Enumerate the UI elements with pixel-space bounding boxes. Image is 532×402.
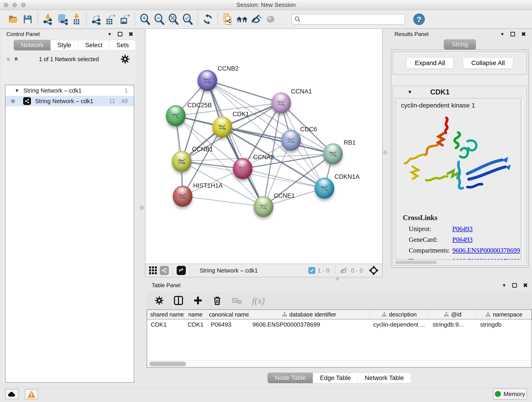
panel-float-icon[interactable] xyxy=(512,283,517,288)
node-CDKN1A[interactable] xyxy=(315,178,334,199)
node-CCNB2[interactable] xyxy=(197,70,217,91)
zoom-fit-icon[interactable] xyxy=(167,13,179,25)
edge-HIST1H1A-CCNE1[interactable] xyxy=(183,196,264,206)
table-horizontal-scrollbar[interactable] xyxy=(147,360,532,367)
column-header-namespace[interactable]: namespace xyxy=(476,310,532,319)
panel-close-icon[interactable]: ✖ xyxy=(128,31,133,38)
show-columns-icon[interactable] xyxy=(174,296,183,305)
node-HIST1H1A[interactable] xyxy=(173,186,192,207)
selected-checkbox-icon[interactable] xyxy=(308,267,315,274)
import-network-icon[interactable] xyxy=(42,13,54,25)
open-file-icon[interactable] xyxy=(7,13,19,25)
crosslink-value[interactable]: P06493 xyxy=(452,225,473,233)
add-column-icon[interactable] xyxy=(193,296,203,305)
save-session-icon[interactable] xyxy=(22,13,34,25)
network-options-gear-icon[interactable] xyxy=(120,55,130,64)
network-row-selected[interactable]: String Network – cdk1 11 48 xyxy=(6,96,134,106)
traffic-lights[interactable] xyxy=(4,3,26,7)
table-options-gear-icon[interactable] xyxy=(155,296,164,305)
crosslink-value[interactable]: 9606.ENSP00000378699 xyxy=(452,257,520,260)
section-expander-icon[interactable]: ▼ xyxy=(407,89,412,95)
import-table-icon[interactable] xyxy=(70,13,82,25)
node-CCNB1[interactable] xyxy=(172,151,191,172)
clone-network-icon[interactable] xyxy=(222,13,234,25)
column-header-canonical-name[interactable]: canonical name xyxy=(207,310,249,319)
crosslink-value[interactable]: 9606.ENSP00000378699 xyxy=(452,247,520,254)
delete-column-icon[interactable] xyxy=(213,296,222,305)
close-window-icon[interactable] xyxy=(4,3,8,7)
tab-edge-table[interactable]: Edge Table xyxy=(313,373,358,383)
panel-close-icon[interactable]: ✖ xyxy=(523,282,528,289)
warnings-button[interactable] xyxy=(25,389,38,399)
node-CCNE1[interactable] xyxy=(254,196,273,217)
panel-menu-icon[interactable]: ▼ xyxy=(502,283,506,288)
node-CCNA1[interactable] xyxy=(271,92,291,114)
tab-string[interactable]: String xyxy=(444,39,476,50)
hidden-eye-icon[interactable] xyxy=(340,267,349,274)
results-horizontal-scrollbar[interactable] xyxy=(395,261,437,264)
column-header-database-identifier[interactable]: database identifier xyxy=(249,310,370,319)
panel-close-icon[interactable]: ✖ xyxy=(521,31,526,38)
help-icon[interactable]: ? xyxy=(413,13,425,25)
minimize-window-icon[interactable] xyxy=(12,3,17,7)
bottom-splitter-handle[interactable] xyxy=(336,277,339,281)
node-CDK1[interactable] xyxy=(212,116,232,138)
node-CCNA2[interactable] xyxy=(233,158,253,179)
grid-view-icon[interactable] xyxy=(149,266,157,275)
node-RB1[interactable] xyxy=(323,143,343,164)
expand-all-tree-icon[interactable]: » xyxy=(6,57,12,61)
results-vertical-scrollbar[interactable] xyxy=(521,98,525,260)
results-panel-title: Results Panel xyxy=(394,31,428,37)
export-network-icon[interactable] xyxy=(90,13,102,25)
protein-thumbnail xyxy=(275,97,287,109)
tree-expander-icon[interactable]: ▼ xyxy=(15,88,19,93)
export-table-icon[interactable] xyxy=(105,13,117,25)
collapse-all-button[interactable]: Collapse All xyxy=(463,57,513,69)
tab-network[interactable]: Network xyxy=(14,40,51,51)
crosslink-value[interactable]: P06493 xyxy=(452,236,473,243)
birds-eye-toggle-icon[interactable] xyxy=(368,265,379,276)
cloud-status-button[interactable] xyxy=(5,389,19,399)
search-input[interactable] xyxy=(303,16,402,22)
string-view-icon[interactable] xyxy=(160,266,169,275)
tab-network-table[interactable]: Network Table xyxy=(358,373,411,383)
scrollbar-thumb[interactable] xyxy=(149,362,186,366)
column-header-shared-name[interactable]: shared name xyxy=(147,310,184,319)
show-hide-icon[interactable] xyxy=(250,13,262,25)
node-CDC6[interactable] xyxy=(281,130,301,151)
birds-eye-icon[interactable] xyxy=(236,13,248,25)
zoom-in-icon[interactable] xyxy=(139,13,151,25)
panel-menu-icon[interactable]: ▼ xyxy=(500,32,505,37)
table-row[interactable]: CDK1CDK1P064939606.ENSP00000378699cyclin… xyxy=(147,319,532,330)
tab-sets[interactable]: Sets xyxy=(109,40,136,51)
open-in-window-icon[interactable] xyxy=(177,266,186,275)
zoom-selected-icon[interactable] xyxy=(182,13,194,25)
tab-node-table[interactable]: Node Table xyxy=(268,373,313,383)
network-view-canvas[interactable]: CCNB2 CCNA1 CDC25B CDK1 CDC6 RB1 CCNB1 C… xyxy=(145,29,383,264)
edge-CCNA2-CDKN1A[interactable] xyxy=(243,169,324,188)
search-box[interactable] xyxy=(291,14,405,25)
column-header-@id[interactable]: @id xyxy=(429,310,476,319)
refresh-icon[interactable] xyxy=(202,13,214,25)
tab-select[interactable]: Select xyxy=(78,40,109,51)
right-splitter-handle[interactable] xyxy=(383,150,387,154)
collapse-all-tree-icon[interactable]: » xyxy=(12,57,19,61)
network-edges[interactable] xyxy=(146,29,383,264)
column-header-name[interactable]: name xyxy=(184,310,207,319)
import-database-icon[interactable] xyxy=(56,13,68,25)
tab-style[interactable]: Style xyxy=(51,40,78,51)
node-CDC25B[interactable] xyxy=(166,105,186,126)
zoom-out-icon[interactable] xyxy=(153,13,165,25)
export-image-icon[interactable] xyxy=(119,13,131,25)
edge-CCNB2-CCNA1[interactable] xyxy=(207,80,281,103)
left-splitter-handle[interactable] xyxy=(140,206,144,210)
node-table[interactable]: shared namenamecanonical namedatabase id… xyxy=(147,309,532,368)
memory-button[interactable]: Memory xyxy=(493,389,527,400)
panel-float-icon[interactable] xyxy=(510,32,515,36)
maximize-window-icon[interactable] xyxy=(21,3,26,7)
network-collection-row[interactable]: ▼ String Network – cdk1 1 xyxy=(6,85,134,96)
column-header-description[interactable]: description xyxy=(370,310,429,319)
expand-all-button[interactable]: Expand All xyxy=(406,57,454,69)
panel-menu-icon[interactable]: ▼ xyxy=(107,32,112,37)
panel-float-icon[interactable] xyxy=(118,32,122,36)
